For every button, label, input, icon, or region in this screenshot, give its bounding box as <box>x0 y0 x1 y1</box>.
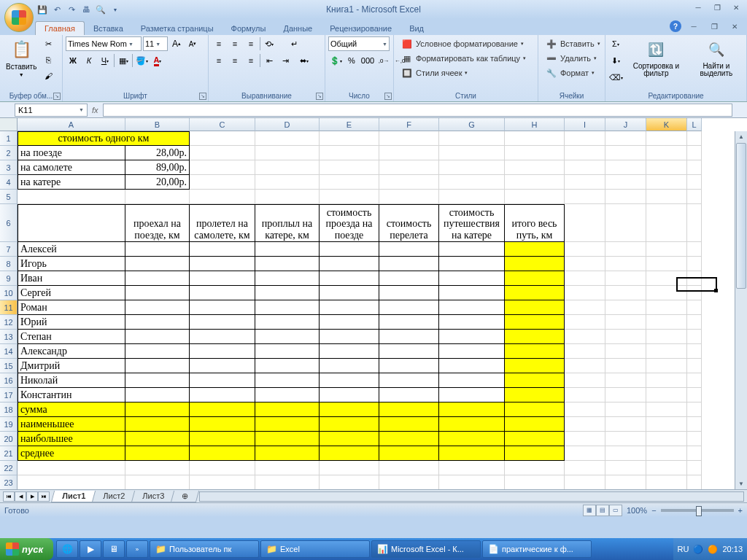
name-box[interactable]: K11▼ <box>15 104 88 117</box>
cell[interactable] <box>125 315 190 330</box>
cell[interactable] <box>379 330 439 344</box>
cell[interactable] <box>190 359 255 373</box>
cell[interactable] <box>646 190 687 204</box>
save-icon[interactable]: 💾 <box>36 4 48 15</box>
select-all-corner[interactable] <box>0 118 18 131</box>
cell[interactable] <box>379 402 439 417</box>
conditional-formatting-button[interactable]: 🟥Условное форматирование▾ <box>397 36 528 51</box>
redo-icon[interactable]: ↷ <box>66 4 77 15</box>
cell[interactable] <box>190 146 255 160</box>
row-header-4[interactable]: 4 <box>0 175 18 190</box>
cell[interactable] <box>505 359 565 373</box>
cell[interactable] <box>190 461 255 475</box>
cell[interactable] <box>687 204 702 242</box>
row-header-11[interactable]: 11 <box>0 300 18 315</box>
align-middle-button[interactable]: ≡ <box>228 36 242 51</box>
shrink-font-button[interactable]: A▾ <box>185 36 200 51</box>
cell[interactable] <box>439 315 505 330</box>
cell[interactable] <box>505 300 565 315</box>
cell[interactable] <box>320 432 379 446</box>
font-name-combo[interactable]: Times New Rom▼ <box>66 36 142 51</box>
tab-formulas[interactable]: Формулы <box>222 22 275 35</box>
cell[interactable] <box>190 388 255 402</box>
comma-button[interactable]: 000 <box>360 53 375 68</box>
cell[interactable]: сумма <box>18 402 125 417</box>
cell[interactable] <box>565 475 605 489</box>
cell[interactable] <box>379 242 439 257</box>
cell[interactable] <box>646 242 687 257</box>
cell[interactable] <box>439 446 505 461</box>
cell[interactable] <box>18 461 125 475</box>
cell[interactable] <box>687 344 702 359</box>
copy-button[interactable]: ⎘ <box>41 52 55 67</box>
cell[interactable] <box>125 359 190 373</box>
cell[interactable] <box>605 402 646 417</box>
number-dialog-icon[interactable]: ↘ <box>384 93 392 100</box>
cell[interactable] <box>320 175 379 190</box>
cell[interactable] <box>320 131 379 146</box>
cell[interactable] <box>320 388 379 402</box>
cell[interactable] <box>125 242 190 257</box>
cell[interactable] <box>605 417 646 432</box>
cell[interactable] <box>565 373 605 388</box>
view-layout-button[interactable]: ▤ <box>596 505 609 516</box>
formula-input[interactable] <box>103 104 732 117</box>
cell[interactable] <box>18 204 125 242</box>
cell[interactable] <box>605 330 646 344</box>
cell[interactable] <box>320 286 379 300</box>
cell[interactable]: на катере <box>18 175 125 190</box>
sheet-last-button[interactable]: ⏭ <box>38 491 50 502</box>
cell[interactable] <box>320 146 379 160</box>
align-center-button[interactable]: ≡ <box>228 53 242 68</box>
col-header-I[interactable]: I <box>565 118 605 131</box>
cell[interactable] <box>125 344 190 359</box>
cell[interactable] <box>320 402 379 417</box>
row-header-22[interactable]: 22 <box>0 461 18 475</box>
cell[interactable] <box>190 190 255 204</box>
cell[interactable]: 89,00р. <box>125 160 190 175</box>
cell[interactable] <box>320 446 379 461</box>
doc-restore-button[interactable]: ❐ <box>706 20 722 32</box>
cell[interactable] <box>565 204 605 242</box>
cell[interactable] <box>190 160 255 175</box>
cell[interactable] <box>439 344 505 359</box>
cell[interactable] <box>605 146 646 160</box>
cell[interactable] <box>505 344 565 359</box>
cell[interactable] <box>565 190 605 204</box>
cell[interactable] <box>687 286 702 300</box>
quick-launch-more[interactable]: » <box>126 540 148 558</box>
row-header-7[interactable]: 7 <box>0 242 18 257</box>
cell[interactable] <box>439 432 505 446</box>
cell[interactable] <box>320 190 379 204</box>
cell[interactable] <box>646 402 687 417</box>
indent-decrease-button[interactable]: ⇤ <box>262 53 276 68</box>
cell[interactable] <box>320 330 379 344</box>
cell[interactable] <box>605 344 646 359</box>
col-header-A[interactable]: A <box>18 118 125 131</box>
cell[interactable] <box>646 315 687 330</box>
grow-font-button[interactable]: A▴ <box>169 36 184 51</box>
cell[interactable]: проплыл на катере, км <box>255 204 320 242</box>
cell[interactable]: проехал на поезде, км <box>125 204 190 242</box>
sheet-prev-button[interactable]: ◀ <box>15 491 26 502</box>
cell[interactable] <box>18 475 125 489</box>
cell[interactable] <box>605 461 646 475</box>
cell[interactable] <box>190 373 255 388</box>
cell[interactable] <box>255 146 320 160</box>
scroll-down-icon[interactable]: ▼ <box>735 478 747 489</box>
cell[interactable] <box>565 446 605 461</box>
format-as-table-button[interactable]: ▦Форматировать как таблицу▾ <box>397 51 530 66</box>
cell[interactable]: стоимость одного км <box>18 131 190 146</box>
cell[interactable] <box>125 373 190 388</box>
cell[interactable] <box>565 330 605 344</box>
align-left-button[interactable]: ≡ <box>212 53 226 68</box>
cell[interactable]: стоимость путешествия на катере <box>439 204 505 242</box>
cell[interactable] <box>687 146 702 160</box>
align-top-button[interactable]: ≡ <box>212 36 226 51</box>
cell[interactable] <box>190 344 255 359</box>
cell[interactable] <box>687 190 702 204</box>
cell[interactable] <box>255 475 320 489</box>
cell[interactable] <box>190 300 255 315</box>
cell[interactable] <box>190 257 255 271</box>
row-header-5[interactable]: 5 <box>0 190 18 204</box>
